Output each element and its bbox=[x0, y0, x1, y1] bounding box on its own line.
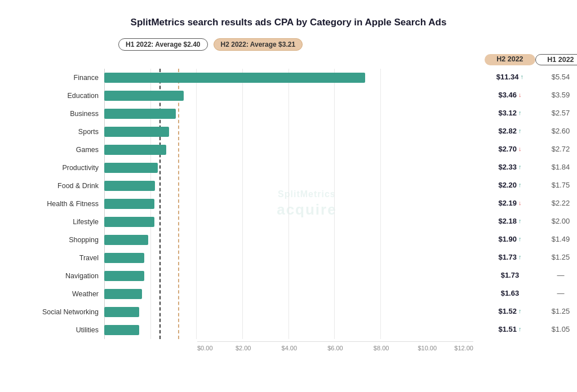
x-axis: $0.00$2.00$4.00$6.00$8.00$10.00$12.00 bbox=[197, 341, 473, 351]
value-h1: $1.75 bbox=[535, 181, 577, 189]
value-h1: $1.84 bbox=[535, 163, 577, 171]
data-row: $2.33↑$1.84 bbox=[479, 158, 577, 176]
bar-fill bbox=[104, 127, 169, 137]
data-row: $1.51↑$1.05 bbox=[479, 320, 577, 338]
bar-fill bbox=[104, 163, 158, 173]
value-h1: $2.72 bbox=[535, 145, 577, 153]
arrow-down-icon: ↓ bbox=[518, 91, 522, 98]
bar-row: Business bbox=[104, 105, 473, 123]
category-label: Games bbox=[11, 146, 99, 154]
value-h1: $1.05 bbox=[535, 325, 577, 333]
bar-fill bbox=[104, 145, 166, 155]
bar-track bbox=[104, 324, 380, 336]
value-h2: $2.33↑ bbox=[485, 163, 535, 171]
x-tick: $10.00 bbox=[404, 345, 450, 351]
bar-row: Social Networking bbox=[104, 303, 473, 321]
main-area: SplitMetrics acquire FinanceEducationBus… bbox=[11, 54, 566, 351]
bar-row: Productivity bbox=[104, 159, 473, 177]
h1-column-label: H1 2022 bbox=[535, 54, 577, 65]
data-row: $2.19↓$2.22 bbox=[479, 194, 577, 212]
bar-track bbox=[104, 72, 380, 83]
value-h1: $2.22 bbox=[535, 199, 577, 207]
arrow-up-icon: ↑ bbox=[518, 127, 522, 134]
x-tick: $0.00 bbox=[197, 345, 220, 351]
value-h1: $1.49 bbox=[535, 235, 577, 243]
x-tick: $6.00 bbox=[312, 345, 358, 351]
category-label: Weather bbox=[11, 290, 99, 298]
category-label: Travel bbox=[11, 254, 99, 262]
bar-track bbox=[104, 126, 380, 137]
value-h1: $1.25 bbox=[535, 307, 577, 315]
value-h1: $1.25 bbox=[535, 253, 577, 261]
data-row: $11.34↑$5.54 bbox=[479, 68, 577, 86]
bar-row: Weather bbox=[104, 285, 473, 303]
bar-track bbox=[104, 270, 380, 282]
category-label: Business bbox=[11, 110, 99, 118]
arrow-up-icon: ↑ bbox=[518, 235, 522, 242]
value-h2: $1.63 bbox=[485, 289, 535, 297]
arrow-up-icon: ↑ bbox=[518, 308, 522, 314]
h2-avg-badge: H2 2022: Average $3.21 bbox=[214, 38, 303, 51]
bar-row: Shopping bbox=[104, 231, 473, 249]
bar-row: Navigation bbox=[104, 267, 473, 285]
arrow-up-icon: ↑ bbox=[518, 253, 522, 260]
bar-track bbox=[104, 162, 380, 173]
value-h2: $2.18↑ bbox=[485, 217, 535, 225]
data-row: $1.63— bbox=[479, 284, 577, 302]
category-label: Lifestyle bbox=[11, 218, 99, 226]
data-row: $3.46↓$3.59 bbox=[479, 86, 577, 104]
x-tick: $8.00 bbox=[358, 345, 405, 351]
value-h2: $1.52↑ bbox=[485, 307, 535, 315]
value-h2: $1.51↑ bbox=[485, 325, 535, 333]
bar-row: Travel bbox=[104, 249, 473, 267]
chart-title: SplitMetrics search results ads CPA by C… bbox=[11, 17, 566, 28]
category-label: Food & Drink bbox=[11, 182, 99, 190]
bar-fill bbox=[104, 91, 184, 101]
value-h1: $3.59 bbox=[535, 91, 577, 99]
value-h2: $2.20↑ bbox=[485, 181, 535, 189]
bar-track bbox=[104, 108, 380, 119]
value-h2: $1.90↑ bbox=[485, 235, 535, 243]
category-label: Education bbox=[11, 92, 99, 100]
bar-fill bbox=[104, 199, 154, 209]
value-h1: $2.00 bbox=[535, 217, 577, 225]
value-h2: $2.70↓ bbox=[485, 145, 535, 153]
bar-track bbox=[104, 306, 380, 318]
h2-column-label: H2 2022 bbox=[485, 54, 535, 65]
bar-fill bbox=[104, 271, 144, 281]
bar-track bbox=[104, 288, 380, 300]
bar-fill bbox=[104, 181, 155, 191]
bar-row: Utilities bbox=[104, 321, 473, 339]
bar-row: Sports bbox=[104, 123, 473, 141]
x-tick: $12.00 bbox=[450, 345, 473, 351]
value-h2: $2.19↓ bbox=[485, 199, 535, 207]
value-h1: — bbox=[535, 289, 577, 297]
arrow-up-icon: ↑ bbox=[518, 217, 522, 224]
data-row: $1.73↑$1.25 bbox=[479, 248, 577, 266]
x-tick: $4.00 bbox=[266, 345, 312, 351]
bar-row: Education bbox=[104, 87, 473, 105]
bar-track bbox=[104, 198, 380, 210]
value-h2: $2.82↑ bbox=[485, 127, 535, 135]
chart-area: SplitMetrics acquire FinanceEducationBus… bbox=[11, 54, 473, 351]
data-row: $1.90↑$1.49 bbox=[479, 230, 577, 248]
legend-badges: H1 2022: Average $2.40 H2 2022: Average … bbox=[118, 38, 566, 51]
bar-fill bbox=[104, 109, 176, 119]
bar-track bbox=[104, 90, 380, 101]
arrow-up-icon: ↑ bbox=[518, 109, 522, 116]
data-row: $2.70↓$2.72 bbox=[479, 140, 577, 158]
category-label: Finance bbox=[11, 74, 99, 82]
x-tick: $2.00 bbox=[220, 345, 267, 351]
value-h1: $5.54 bbox=[535, 73, 577, 81]
bar-row: Health & Fitness bbox=[104, 195, 473, 213]
data-row: $2.82↑$2.60 bbox=[479, 122, 577, 140]
value-h1: $2.57 bbox=[535, 109, 577, 117]
category-label: Productivity bbox=[11, 164, 99, 172]
value-h2: $3.46↓ bbox=[485, 91, 535, 99]
value-h1: $2.60 bbox=[535, 127, 577, 135]
category-label: Sports bbox=[11, 128, 99, 136]
data-row: $2.20↑$1.75 bbox=[479, 176, 577, 194]
bar-fill bbox=[104, 73, 365, 83]
data-row: $3.12↑$2.57 bbox=[479, 104, 577, 122]
bar-track bbox=[104, 252, 380, 264]
